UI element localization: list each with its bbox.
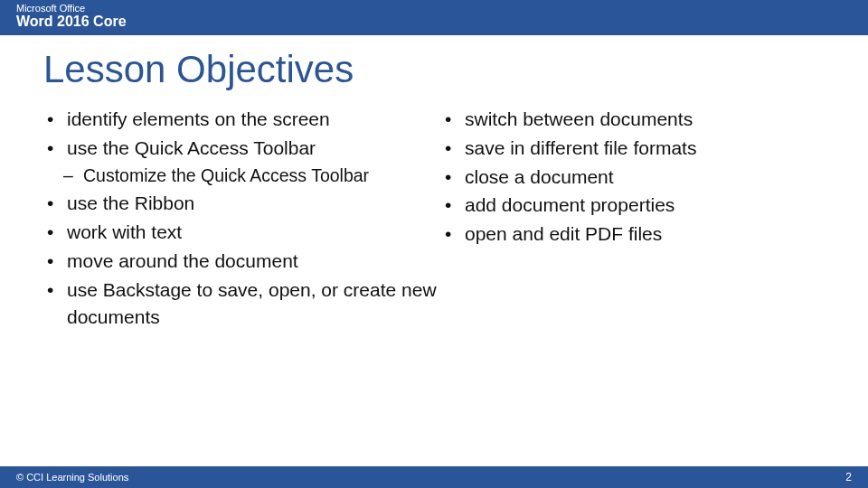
header-band: Microsoft Office Word 2016 Core — [0, 0, 868, 35]
list-item: open and edit PDF files — [441, 221, 821, 248]
left-column: identify elements on the screen use the … — [43, 106, 441, 332]
list-item-text: use the Quick Access Toolbar — [67, 137, 316, 158]
list-item: move around the document — [43, 248, 441, 275]
list-item-text: save in different file formats — [465, 137, 696, 158]
list-item: identify elements on the screen — [43, 106, 441, 133]
objectives-list-left: identify elements on the screen use the … — [43, 106, 441, 162]
list-item: use Backstage to save, open, or create n… — [43, 277, 441, 331]
sub-list-item: Customize the Quick Access Toolbar — [43, 164, 441, 189]
product-label: Word 2016 Core — [0, 14, 868, 35]
objectives-list-right: switch between documents save in differe… — [441, 106, 821, 248]
slide-title: Lesson Objectives — [0, 35, 868, 106]
slide: Microsoft Office Word 2016 Core Lesson O… — [0, 0, 868, 488]
footer-copyright: © CCI Learning Solutions — [16, 472, 128, 483]
list-item: close a document — [441, 164, 821, 191]
sub-list-item-text: Customize the Quick Access Toolbar — [83, 165, 369, 185]
list-item: work with text — [43, 219, 441, 246]
list-item-text: work with text — [67, 221, 182, 242]
list-item-text: identify elements on the screen — [67, 108, 330, 129]
brand-label: Microsoft Office — [0, 0, 868, 14]
list-item: switch between documents — [441, 106, 821, 133]
list-item-text: add document properties — [465, 194, 675, 215]
list-item-text: use the Ribbon — [67, 192, 194, 213]
list-item-text: open and edit PDF files — [465, 223, 662, 244]
list-item-text: move around the document — [67, 250, 298, 271]
list-item: use the Quick Access Toolbar — [43, 135, 441, 162]
objectives-list-left-cont: use the Ribbon work with text move aroun… — [43, 190, 441, 330]
list-item-text: use Backstage to save, open, or create n… — [67, 279, 437, 327]
list-item: save in different file formats — [441, 135, 821, 162]
list-item-text: close a document — [465, 166, 614, 187]
page-number: 2 — [845, 471, 852, 483]
objectives-sublist: Customize the Quick Access Toolbar — [43, 164, 441, 189]
list-item: use the Ribbon — [43, 190, 441, 217]
footer-band: © CCI Learning Solutions 2 — [0, 466, 868, 488]
list-item: add document properties — [441, 192, 821, 219]
list-item-text: switch between documents — [465, 108, 693, 129]
right-column: switch between documents save in differe… — [441, 106, 821, 332]
content-area: identify elements on the screen use the … — [0, 106, 868, 332]
